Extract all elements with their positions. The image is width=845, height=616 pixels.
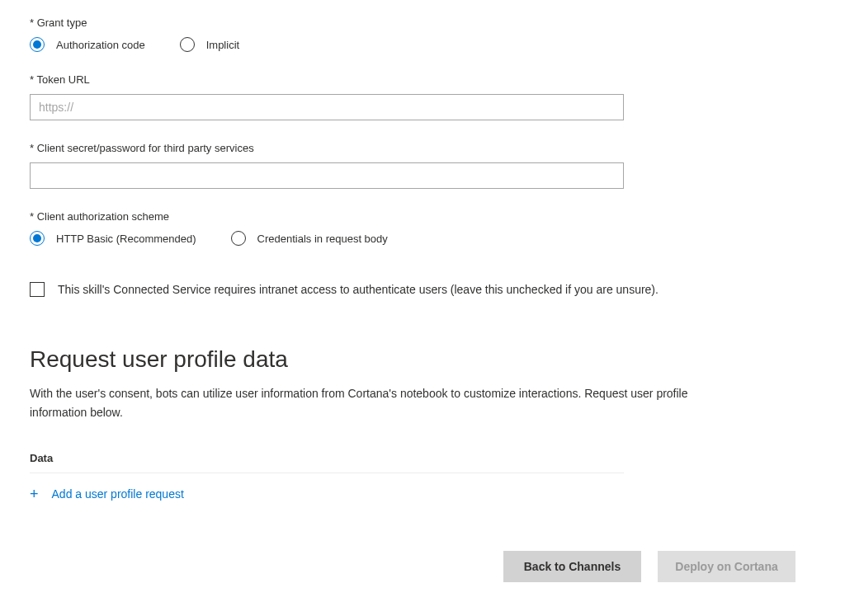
- client-secret-label: * Client secret/password for third party…: [30, 142, 815, 154]
- radio-label: HTTP Basic (Recommended): [56, 233, 196, 245]
- client-secret-input[interactable]: [30, 162, 624, 189]
- radio-label: Authorization code: [56, 39, 145, 51]
- deploy-on-cortana-button[interactable]: Deploy on Cortana: [658, 551, 795, 582]
- token-url-input[interactable]: [30, 94, 624, 120]
- back-to-channels-button[interactable]: Back to Channels: [503, 551, 641, 582]
- auth-scheme-http-basic-radio[interactable]: HTTP Basic (Recommended): [30, 231, 196, 246]
- radio-circle-icon: [30, 37, 45, 52]
- add-user-profile-request-link[interactable]: + Add a user profile request: [30, 487, 815, 501]
- intranet-access-checkbox[interactable]: [30, 282, 45, 297]
- intranet-access-label: This skill's Connected Service requires …: [58, 283, 659, 296]
- profile-section-heading: Request user profile data: [30, 346, 815, 373]
- grant-type-auth-code-radio[interactable]: Authorization code: [30, 37, 145, 52]
- plus-icon: +: [30, 487, 39, 501]
- radio-circle-icon: [231, 231, 246, 246]
- radio-circle-icon: [30, 231, 45, 246]
- auth-scheme-label: * Client authorization scheme: [30, 210, 815, 223]
- token-url-label: * Token URL: [30, 73, 815, 86]
- radio-label: Implicit: [206, 39, 239, 51]
- add-link-text: Add a user profile request: [52, 487, 184, 501]
- profile-section-description: With the user's consent, bots can utiliz…: [30, 384, 723, 422]
- grant-type-label: * Grant type: [30, 16, 815, 29]
- grant-type-implicit-radio[interactable]: Implicit: [180, 37, 239, 52]
- radio-label: Credentials in request body: [257, 233, 388, 245]
- auth-scheme-credentials-body-radio[interactable]: Credentials in request body: [231, 231, 388, 246]
- radio-circle-icon: [180, 37, 195, 52]
- data-column-header: Data: [30, 452, 624, 473]
